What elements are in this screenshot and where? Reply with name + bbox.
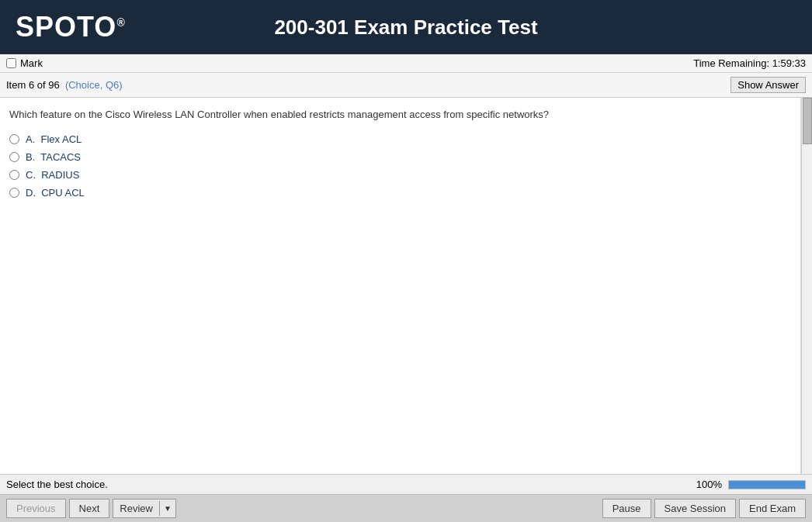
progress-area: 100%	[696, 479, 806, 490]
option-a[interactable]: A. Flex ACL	[9, 133, 791, 145]
review-button-wrapper[interactable]: Review ▼	[113, 499, 176, 518]
option-d-label: D. CPU ACL	[26, 187, 85, 199]
next-button[interactable]: Next	[69, 499, 110, 518]
option-c[interactable]: C. RADIUS	[9, 169, 791, 181]
mark-bar: Mark Time Remaining: 1:59:33	[0, 54, 812, 73]
save-session-button[interactable]: Save Session	[654, 499, 737, 518]
review-dropdown-arrow[interactable]: ▼	[159, 501, 175, 516]
radio-d[interactable]	[9, 188, 19, 198]
pause-button[interactable]: Pause	[602, 499, 651, 518]
previous-button[interactable]: Previous	[6, 499, 66, 518]
choice-type: (Choice, Q6)	[62, 79, 122, 91]
instruction-text: Select the best choice.	[6, 479, 108, 490]
option-a-label: A. Flex ACL	[26, 133, 82, 145]
app-logo: SPOTO®	[16, 11, 126, 43]
option-b-label: B. TACACS	[26, 151, 81, 163]
item-number: Item 6 of 96	[6, 79, 60, 91]
radio-c[interactable]	[9, 170, 19, 180]
radio-b[interactable]	[9, 152, 19, 162]
review-label: Review	[113, 500, 159, 517]
left-nav-buttons: Previous Next Review ▼	[6, 499, 176, 518]
question-text: Which feature on the Cisco Wireless LAN …	[9, 107, 791, 123]
bottom-nav: Previous Next Review ▼ Pause Save Sessio…	[0, 494, 812, 522]
progress-bar	[728, 480, 806, 489]
end-exam-button[interactable]: End Exam	[739, 499, 806, 518]
show-answer-button[interactable]: Show Answer	[730, 77, 806, 93]
option-c-label: C. RADIUS	[26, 169, 79, 181]
option-d[interactable]: D. CPU ACL	[9, 187, 791, 199]
scrollbar[interactable]	[801, 98, 812, 474]
right-nav-buttons: Pause Save Session End Exam	[602, 499, 806, 518]
mark-label-text: Mark	[20, 57, 43, 69]
item-info: Item 6 of 96 (Choice, Q6)	[6, 79, 123, 91]
item-bar: Item 6 of 96 (Choice, Q6) Show Answer	[0, 73, 812, 98]
mark-checkbox[interactable]	[6, 58, 16, 68]
option-b[interactable]: B. TACACS	[9, 151, 791, 163]
time-remaining: Time Remaining: 1:59:33	[693, 57, 806, 69]
scrollbar-thumb[interactable]	[803, 98, 812, 144]
main-content: Which feature on the Cisco Wireless LAN …	[0, 98, 801, 474]
progress-percent: 100%	[696, 479, 722, 490]
footer-instruction: Select the best choice. 100%	[0, 474, 812, 494]
exam-title: 200-301 Exam Practice Test	[274, 16, 537, 40]
progress-bar-fill	[729, 481, 805, 489]
mark-checkbox-area[interactable]: Mark	[6, 57, 43, 69]
radio-a[interactable]	[9, 134, 19, 144]
